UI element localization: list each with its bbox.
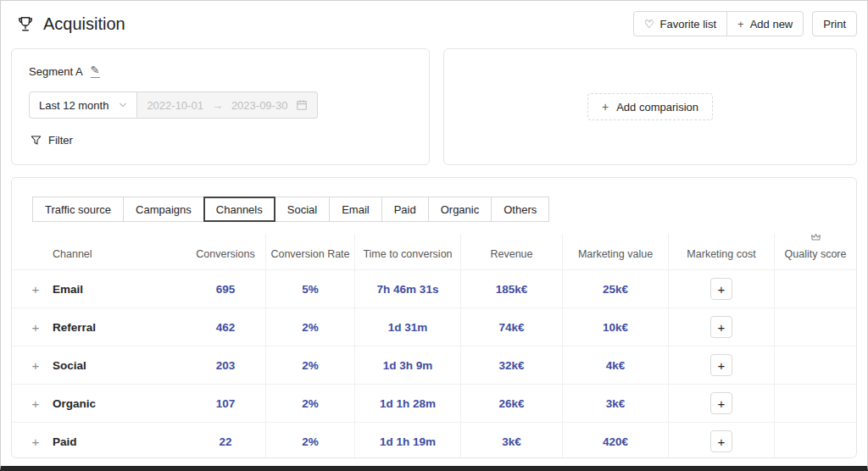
table-header: ChannelConversionsConversion RateTime to… <box>12 234 856 269</box>
add-comparison-label: Add comparision <box>616 101 698 114</box>
plus-icon: + <box>602 101 609 113</box>
quality-score-cell <box>775 385 856 422</box>
channel-cell: +Social <box>12 346 186 384</box>
expand-row-button[interactable]: + <box>31 358 41 373</box>
column-header-marketing-cost: Marketing cost <box>669 234 775 269</box>
quality-score-cell <box>775 423 856 458</box>
edit-segment-icon[interactable]: ✎ <box>91 64 100 78</box>
table-header-row: ChannelConversionsConversion RateTime to… <box>12 234 856 269</box>
favorite-list-label: Favorite list <box>660 18 716 30</box>
time-to-conversion-value: 1d 1h 28m <box>355 385 461 422</box>
tab-paid[interactable]: Paid <box>381 197 429 222</box>
conversion-rate-value: 2% <box>266 385 355 422</box>
comparison-card: + Add comparision <box>443 48 857 165</box>
column-header-channel: Channel <box>12 234 186 269</box>
marketing-value-value: 3k€ <box>563 385 669 422</box>
tab-social[interactable]: Social <box>275 197 330 222</box>
expand-row-button[interactable]: + <box>31 396 41 411</box>
add-comparison-button[interactable]: + Add comparision <box>587 93 713 120</box>
revenue-value: 3k€ <box>461 423 563 458</box>
column-header-quality-score: Quality score <box>775 234 856 269</box>
table-row-referral: +Referral4622%1d 31m74k€10k€+ <box>12 308 856 346</box>
channel-cell: +Organic <box>12 385 186 422</box>
marketing-cost-cell: + <box>669 423 775 458</box>
conversion-rate-value: 2% <box>266 346 355 384</box>
date-start-value: 2022-10-01 <box>147 99 203 112</box>
channel-tabs: Traffic sourceCampaignsChannelsSocialEma… <box>12 178 856 222</box>
quality-score-cell <box>775 308 856 346</box>
revenue-value: 32k€ <box>461 346 563 384</box>
tab-organic[interactable]: Organic <box>428 197 492 222</box>
header-button-group: ♡ Favorite list + Add new <box>633 11 804 36</box>
acquisition-table-card: Traffic sourceCampaignsChannelsSocialEma… <box>11 177 857 458</box>
app-window: Acquisition ♡ Favorite list + Add new Pr… <box>0 0 868 471</box>
range-preset-value: Last 12 month <box>39 99 108 112</box>
tab-campaigns[interactable]: Campaigns <box>123 197 204 222</box>
quality-score-cell <box>775 346 856 384</box>
expand-row-button[interactable]: + <box>31 435 41 449</box>
expand-row-button[interactable]: + <box>31 282 41 296</box>
quality-score-cell <box>775 270 856 308</box>
range-preset-select[interactable]: Last 12 month <box>29 91 137 119</box>
channel-cell: +Referral <box>12 308 186 346</box>
tab-traffic-source[interactable]: Traffic source <box>32 197 124 222</box>
chevron-down-icon <box>119 101 127 109</box>
add-marketing-cost-button[interactable]: + <box>710 316 732 338</box>
filter-label: Filter <box>48 134 73 147</box>
conversion-rate-value: 2% <box>266 423 355 458</box>
tab-channels[interactable]: Channels <box>203 197 275 222</box>
add-marketing-cost-button[interactable]: + <box>710 430 732 452</box>
segment-header: Segment A ✎ <box>29 64 414 78</box>
trophy-icon <box>16 14 35 33</box>
favorite-list-button[interactable]: ♡ Favorite list <box>633 11 727 36</box>
column-header-conversion-rate: Conversion Rate <box>266 234 355 269</box>
channel-cell: +Paid <box>12 423 186 458</box>
top-bar: Acquisition ♡ Favorite list + Add new Pr… <box>1 1 867 42</box>
column-header-marketing-value: Marketing value <box>563 234 669 269</box>
plus-icon: + <box>737 19 744 30</box>
channel-name: Organic <box>53 397 96 410</box>
column-header-time-to-conversion: Time to conversion <box>355 234 461 269</box>
column-header-revenue: Revenue <box>461 234 563 269</box>
page-title-group: Acquisition <box>11 14 125 34</box>
table-row-email: +Email6955%7h 46m 31s185k€25k€+ <box>12 269 856 308</box>
filter-button[interactable]: Filter <box>31 134 73 147</box>
table-row-paid: +Paid222%1d 1h 19m3k€420€+ <box>12 422 856 458</box>
crown-icon <box>810 232 821 246</box>
marketing-value-value: 4k€ <box>563 346 669 384</box>
expand-row-button[interactable]: + <box>31 320 41 335</box>
marketing-cost-cell: + <box>669 270 775 308</box>
channel-name: Paid <box>53 435 77 448</box>
calendar-icon <box>296 99 308 111</box>
filter-funnel-icon <box>31 135 42 146</box>
add-marketing-cost-button[interactable]: + <box>710 278 732 300</box>
add-new-label: Add new <box>750 18 793 30</box>
arrow-right-icon: → <box>212 99 223 112</box>
conversions-value: 462 <box>186 308 266 346</box>
heart-icon: ♡ <box>644 19 654 30</box>
tab-others[interactable]: Others <box>491 197 549 222</box>
time-to-conversion-value: 7h 46m 31s <box>355 270 461 308</box>
date-end-value: 2023-09-30 <box>231 99 288 112</box>
marketing-value-value: 10k€ <box>563 308 669 346</box>
date-range-input[interactable]: 2022-10-01 → 2023-09-30 <box>137 91 318 119</box>
add-new-button[interactable]: + Add new <box>726 11 804 36</box>
segment-card: Segment A ✎ Last 12 month 2022-10-01 → 2… <box>11 48 430 165</box>
table-row-organic: +Organic1072%1d 1h 28m26k€3k€+ <box>12 384 856 422</box>
marketing-cost-cell: + <box>669 346 775 384</box>
add-marketing-cost-button[interactable]: + <box>710 354 732 376</box>
add-marketing-cost-button[interactable]: + <box>710 392 732 414</box>
filter-cards-row: Segment A ✎ Last 12 month 2022-10-01 → 2… <box>1 48 867 165</box>
conversions-value: 695 <box>186 270 266 308</box>
tab-email[interactable]: Email <box>329 197 382 222</box>
table-row-social: +Social2032%1d 3h 9m32k€4k€+ <box>12 346 856 384</box>
conversion-rate-value: 5% <box>266 270 355 308</box>
conversions-value: 107 <box>186 385 266 422</box>
print-button[interactable]: Print <box>812 11 857 36</box>
column-header-conversions: Conversions <box>186 234 266 269</box>
time-to-conversion-value: 1d 1h 19m <box>355 423 461 458</box>
marketing-cost-cell: + <box>669 308 775 346</box>
page-title: Acquisition <box>43 14 125 34</box>
print-label: Print <box>823 18 846 30</box>
conversions-value: 22 <box>186 423 266 458</box>
